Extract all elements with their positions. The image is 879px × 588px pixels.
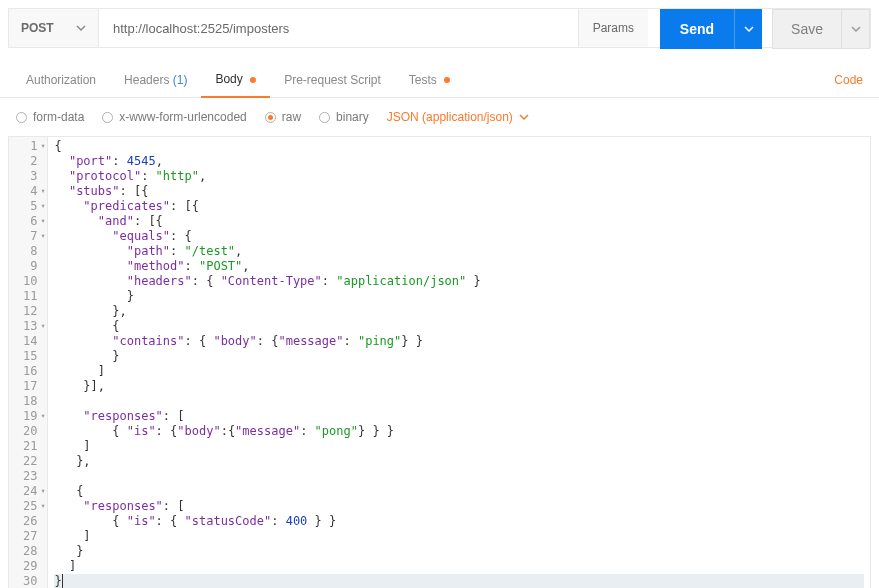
send-group: Send xyxy=(660,9,762,47)
radio-icon xyxy=(319,112,330,123)
tab-authorization[interactable]: Authorization xyxy=(12,65,110,97)
radio-icon xyxy=(16,112,27,123)
save-dropdown[interactable] xyxy=(842,9,870,49)
tab-headers[interactable]: Headers (1) xyxy=(110,65,201,97)
body-editor[interactable]: 1234567891011121314151617181920212223242… xyxy=(8,136,871,588)
tab-tests[interactable]: Tests xyxy=(395,65,464,97)
request-tabs: Authorization Headers (1) Body Pre-reque… xyxy=(0,48,879,98)
body-type-formdata[interactable]: form-data xyxy=(16,110,84,124)
request-topbar: POST Params Send Save xyxy=(8,8,871,48)
url-input[interactable] xyxy=(99,9,578,47)
unsaved-indicator-icon xyxy=(250,77,256,83)
chevron-down-icon xyxy=(76,23,86,33)
headers-count: (1) xyxy=(173,73,188,87)
send-dropdown[interactable] xyxy=(734,9,762,49)
chevron-down-icon xyxy=(744,24,754,34)
http-method-select[interactable]: POST xyxy=(9,9,99,47)
tab-body[interactable]: Body xyxy=(201,64,270,98)
chevron-down-icon xyxy=(851,24,861,34)
radio-checked-icon xyxy=(265,112,276,123)
save-group: Save xyxy=(772,9,870,47)
editor-gutter: 1234567891011121314151617181920212223242… xyxy=(9,137,48,588)
code-link[interactable]: Code xyxy=(834,73,863,87)
content-type-select[interactable]: JSON (application/json) xyxy=(387,110,529,124)
editor-code[interactable]: { "port": 4545, "protocol": "http", "stu… xyxy=(48,137,870,588)
radio-icon xyxy=(102,112,113,123)
tab-prerequest[interactable]: Pre-request Script xyxy=(270,65,395,97)
params-button[interactable]: Params xyxy=(578,9,648,47)
save-button[interactable]: Save xyxy=(772,9,842,49)
body-type-binary[interactable]: binary xyxy=(319,110,369,124)
body-type-urlencoded[interactable]: x-www-form-urlencoded xyxy=(102,110,246,124)
chevron-down-icon xyxy=(519,112,529,122)
body-type-raw[interactable]: raw xyxy=(265,110,301,124)
send-button[interactable]: Send xyxy=(660,9,734,49)
body-type-row: form-data x-www-form-urlencoded raw bina… xyxy=(0,98,879,136)
http-method-value: POST xyxy=(21,21,54,35)
tests-indicator-icon xyxy=(444,77,450,83)
